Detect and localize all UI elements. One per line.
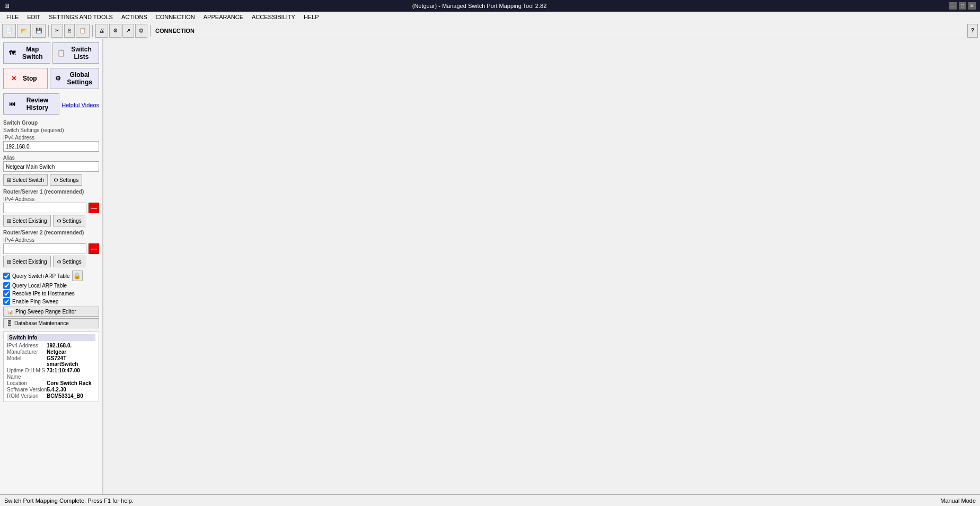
- save-icon: 💾: [36, 28, 42, 33]
- query-arp-lock[interactable]: 🔒: [72, 271, 83, 281]
- review-history-button[interactable]: ⏮ Review History: [3, 93, 59, 115]
- select-switch-button[interactable]: ⊞ Select Switch: [3, 174, 48, 186]
- menu-item-actions[interactable]: ACTIONS: [117, 13, 152, 21]
- paste-button[interactable]: 📋: [76, 24, 90, 38]
- helpful-videos-link[interactable]: Helpful Videos: [61, 102, 99, 108]
- query-local-arp-row: Query Local ARP Table: [3, 282, 99, 289]
- review-history-icon: ⏮: [8, 98, 17, 110]
- connection-label: CONNECTION: [155, 28, 195, 34]
- query-local-arp-label: Query Local ARP Table: [12, 283, 67, 289]
- select-existing-button-2[interactable]: ⊞ Select Existing: [3, 256, 51, 267]
- info-model-val: GS724T smartSwitch: [47, 355, 95, 367]
- print-button[interactable]: 🖨: [95, 24, 108, 38]
- stop-button[interactable]: ✕ Stop: [3, 68, 48, 89]
- menu-item-edit[interactable]: EDIT: [23, 13, 45, 21]
- review-history-label: Review History: [20, 97, 55, 111]
- sidebar: 🗺 Map Switch 📋 Switch Lists ✕ Stop ⚙ Glo…: [0, 39, 103, 494]
- alias-input[interactable]: [3, 161, 99, 172]
- maximize-button[interactable]: □: [959, 2, 966, 10]
- table-container[interactable]: [103, 39, 980, 494]
- router1-clear-button[interactable]: —: [89, 203, 99, 213]
- router1-settings-button[interactable]: ⚙ Settings: [53, 215, 85, 226]
- titlebar: ⊞ (Netgear) - Managed Switch Port Mappin…: [0, 0, 980, 12]
- router2-settings-button[interactable]: ⚙ Settings: [53, 256, 85, 267]
- router2-clear-button[interactable]: —: [89, 243, 99, 254]
- enable-ping-sweep-checkbox[interactable]: [3, 298, 10, 305]
- info-manufacturer-row: Manufacturer Netgear: [7, 349, 95, 355]
- query-arp-table-checkbox[interactable]: [3, 273, 10, 280]
- router2-settings-icon: ⚙: [57, 259, 61, 265]
- info-uptime-val: 73:1:10:47.00: [47, 368, 80, 373]
- switch-lists-button[interactable]: 📋 Switch Lists: [52, 42, 100, 64]
- menu-item-accessibility[interactable]: ACCESSIBILITY: [248, 13, 299, 21]
- info-location-key: Location: [7, 380, 47, 386]
- copy-button[interactable]: ⎘: [64, 24, 75, 38]
- info-ipv4-val: 192.168.0.: [47, 343, 72, 348]
- select-existing-button-1[interactable]: ⊞ Select Existing: [3, 215, 51, 226]
- switch-settings-btn-label: Settings: [59, 177, 78, 183]
- filter-button[interactable]: ⏣: [135, 24, 147, 38]
- query-arp-table-row: Query Switch ARP Table 🔒: [3, 271, 99, 281]
- router2-ipv4-label: IPv4 Address: [3, 237, 99, 243]
- map-switch-icon: 🗺: [8, 47, 16, 59]
- menu-item-help[interactable]: HELP: [299, 13, 323, 21]
- new-button[interactable]: 📄: [2, 24, 16, 38]
- close-button[interactable]: ✕: [968, 2, 976, 10]
- ping-sweep-label: Ping Sweep Range Editor: [15, 309, 76, 315]
- minimize-button[interactable]: ─: [949, 2, 957, 10]
- open-button[interactable]: 📂: [17, 24, 31, 38]
- select-switch-icon: ⊞: [7, 177, 11, 183]
- select-existing-icon-1: ⊞: [7, 218, 11, 224]
- menu-item-connection[interactable]: CONNECTION: [152, 13, 199, 21]
- export-icon: ↗: [126, 28, 130, 33]
- help-button[interactable]: ?: [967, 24, 978, 38]
- export-button[interactable]: ↗: [122, 24, 134, 38]
- select-switch-label: Select Switch: [12, 177, 44, 183]
- content-area: [103, 39, 980, 494]
- select-existing-label-1: Select Existing: [12, 218, 47, 224]
- info-uptime-key: Uptime D:H:M:S: [7, 368, 47, 373]
- settings-button[interactable]: ⚙: [109, 24, 121, 38]
- enable-ping-sweep-label: Enable Ping Sweep: [12, 299, 58, 304]
- save-button[interactable]: 💾: [32, 24, 46, 38]
- cut-button[interactable]: ✂: [51, 24, 63, 38]
- info-ipv4-row: IPv4 Address 192.168.0.: [7, 343, 95, 348]
- info-model-row: Model GS724T smartSwitch: [7, 355, 95, 367]
- router2-ipv4-input[interactable]: [3, 243, 86, 254]
- switch-settings-button[interactable]: ⚙ Settings: [50, 174, 82, 186]
- router1-section-label: Router/Server 1 (recommended): [3, 189, 99, 195]
- menu-item-settings-and-tools[interactable]: SETTINGS AND TOOLS: [45, 13, 117, 21]
- info-location-row: Location Core Switch Rack: [7, 380, 95, 386]
- resolve-ips-checkbox[interactable]: [3, 290, 10, 297]
- router2-settings-label: Settings: [63, 259, 82, 265]
- toolbar-separator-1: [48, 25, 49, 37]
- map-switch-button[interactable]: 🗺 Map Switch: [3, 42, 50, 64]
- ipv4-address-input[interactable]: [3, 141, 99, 152]
- info-rom-key: ROM Version: [7, 393, 47, 399]
- resolve-ips-label: Resolve IPs to Hostnames: [12, 291, 75, 296]
- menubar: FILEEDITSETTINGS AND TOOLSACTIONSCONNECT…: [0, 12, 980, 22]
- router2-section-label: Router/Server 2 (recommended): [3, 230, 99, 235]
- switch-info-title: Switch Info: [7, 334, 95, 341]
- router1-ipv4-input[interactable]: [3, 203, 86, 213]
- menu-item-appearance[interactable]: APPEARANCE: [199, 13, 248, 21]
- filter-icon: ⏣: [139, 28, 144, 33]
- global-settings-button[interactable]: ⚙ Global Settings: [50, 68, 99, 89]
- query-local-arp-checkbox[interactable]: [3, 282, 10, 289]
- router1-ipv4-label: IPv4 Address: [3, 196, 99, 202]
- database-maintenance-button[interactable]: 🗄 Database Maintenance: [3, 318, 99, 328]
- info-name-row: Name: [7, 374, 95, 380]
- paste-icon: 📋: [80, 28, 86, 33]
- info-software-row: Software Version 5.4.2.30: [7, 387, 95, 392]
- settings-icon: ⚙: [113, 28, 118, 33]
- menu-item-file[interactable]: FILE: [2, 13, 23, 21]
- info-name-key: Name: [7, 374, 47, 380]
- global-settings-icon: ⚙: [55, 73, 62, 84]
- stop-label: Stop: [23, 75, 37, 82]
- ping-sweep-range-button[interactable]: 📊 Ping Sweep Range Editor: [3, 307, 99, 317]
- router1-settings-icon: ⚙: [57, 218, 61, 224]
- cut-icon: ✂: [55, 28, 59, 33]
- status-message: Switch Port Mapping Complete. Press F1 f…: [4, 498, 930, 504]
- window-title: (Netgear) - Managed Switch Port Mapping …: [10, 3, 949, 9]
- info-model-key: Model: [7, 355, 47, 367]
